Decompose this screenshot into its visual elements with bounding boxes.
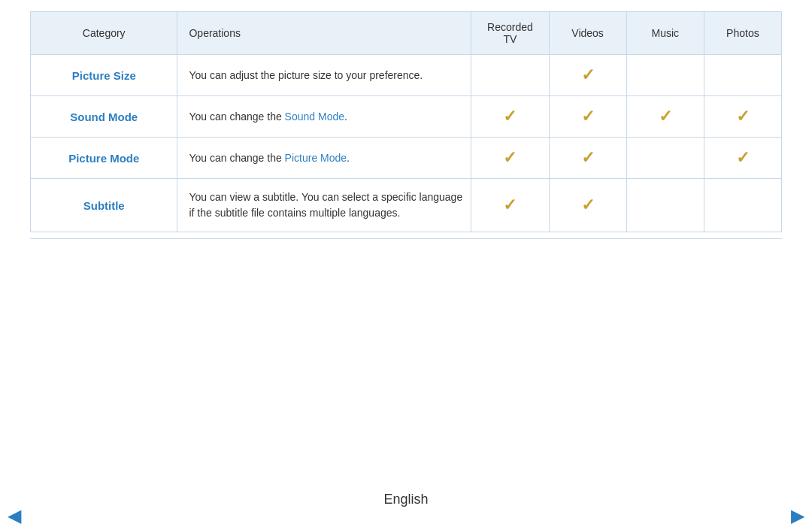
checkmark-icon: ✓: [503, 107, 517, 126]
separator-line: [30, 238, 782, 239]
picture-mode-videos: ✓: [549, 138, 626, 179]
sound-mode-photos: ✓: [704, 96, 781, 138]
picture-size-music: [626, 55, 704, 96]
table-row: Picture Mode You can change the Picture …: [31, 138, 782, 179]
subtitle-videos: ✓: [549, 179, 626, 232]
checkmark-icon: ✓: [503, 148, 517, 168]
main-table-container: Category Operations RecordedTV Videos Mu…: [0, 0, 812, 232]
sound-mode-recorded-tv: ✓: [471, 96, 549, 138]
picture-mode-music: [626, 138, 704, 179]
music-header: Music: [626, 12, 704, 55]
picture-size-operations: You can adjust the picture size to your …: [177, 55, 471, 96]
picture-mode-operations: You can change the Picture Mode.: [177, 138, 471, 179]
subtitle-music: [626, 179, 704, 232]
sound-mode-videos: ✓: [549, 96, 626, 138]
checkmark-icon: ✓: [581, 195, 595, 215]
footer-language: English: [0, 492, 812, 507]
sound-mode-category: Sound Mode: [31, 96, 177, 138]
nav-left-arrow[interactable]: ◀: [8, 505, 21, 526]
sound-mode-operations: You can change the Sound Mode.: [177, 96, 471, 138]
picture-mode-photos: ✓: [704, 138, 781, 179]
picture-size-recorded-tv: [471, 55, 549, 96]
checkmark-icon: ✓: [659, 107, 672, 126]
subtitle-photos: [704, 179, 781, 232]
features-table: Category Operations RecordedTV Videos Mu…: [30, 11, 782, 232]
checkmark-icon: ✓: [581, 148, 595, 168]
picture-size-videos: ✓: [549, 55, 626, 96]
checkmark-icon: ✓: [503, 195, 517, 215]
checkmark-icon: ✓: [736, 148, 750, 168]
checkmark-icon: ✓: [736, 107, 750, 126]
subtitle-category: Subtitle: [31, 179, 177, 232]
checkmark-icon: ✓: [581, 107, 595, 126]
videos-header: Videos: [549, 12, 626, 55]
table-row: Picture Size You can adjust the picture …: [31, 55, 782, 96]
picture-mode-category: Picture Mode: [31, 138, 177, 179]
category-header: Category: [31, 12, 177, 55]
sound-mode-music: ✓: [626, 96, 704, 138]
subtitle-recorded-tv: ✓: [471, 179, 549, 232]
picture-size-category: Picture Size: [31, 55, 177, 96]
table-row: Subtitle You can view a subtitle. You ca…: [31, 179, 782, 232]
table-row: Sound Mode You can change the Sound Mode…: [31, 96, 782, 138]
nav-right-arrow[interactable]: ▶: [791, 505, 804, 526]
picture-size-photos: [704, 55, 781, 96]
checkmark-icon: ✓: [581, 65, 595, 85]
picture-mode-recorded-tv: ✓: [471, 138, 549, 179]
picture-mode-link: Picture Mode: [285, 152, 347, 164]
subtitle-operations: You can view a subtitle. You can select …: [177, 179, 471, 232]
operations-header: Operations: [177, 12, 471, 55]
sound-mode-link: Sound Mode: [285, 111, 344, 123]
photos-header: Photos: [704, 12, 781, 55]
recorded-tv-header: RecordedTV: [471, 12, 549, 55]
table-header-row: Category Operations RecordedTV Videos Mu…: [31, 12, 782, 55]
